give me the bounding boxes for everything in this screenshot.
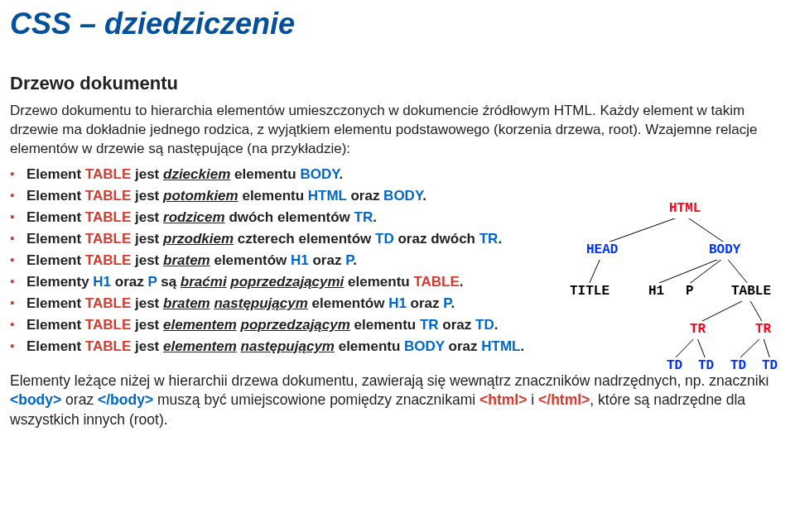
dom-tree-diagram: HTML HEAD BODY TITLE H1 P TABLE TR TR TD… [568, 200, 783, 366]
svg-line-6 [699, 298, 749, 323]
tree-node-p: P [684, 283, 696, 301]
svg-line-3 [655, 256, 725, 285]
svg-line-2 [589, 256, 601, 285]
svg-line-1 [684, 215, 725, 243]
section-subtitle: Drzewo dokumentu [10, 71, 785, 96]
svg-line-9 [696, 336, 706, 359]
tree-node-body: BODY [707, 242, 742, 260]
intro-paragraph: Drzewo dokumentu to hierarchia elementów… [10, 102, 785, 159]
tree-node-td: TD [729, 357, 748, 376]
tree-node-td: TD [760, 357, 779, 376]
tree-node-table: TABLE [730, 283, 773, 301]
slide-content: CSS – dziedziczenie Drzewo dokumentu Drz… [0, 0, 795, 451]
svg-line-5 [725, 256, 749, 285]
tree-node-h1: H1 [647, 283, 666, 301]
tree-node-html: HTML [667, 200, 702, 218]
svg-line-8 [674, 336, 696, 359]
svg-line-11 [763, 336, 770, 359]
tree-node-title: TITLE [568, 283, 611, 301]
list-item: Element TABLE jest dzieckiem elementu BO… [10, 165, 785, 185]
tree-node-head: HEAD [585, 242, 619, 260]
tree-node-td: TD [696, 357, 716, 376]
svg-line-4 [688, 256, 725, 285]
tree-node-tr: TR [754, 321, 773, 339]
tree-node-td: TD [665, 357, 684, 376]
svg-line-10 [739, 336, 763, 359]
tree-node-tr: TR [688, 321, 707, 339]
svg-line-7 [749, 298, 763, 323]
bottom-paragraph: Elementy leżące niżej w hierarchii drzew… [10, 371, 785, 430]
svg-line-0 [605, 215, 684, 243]
page-title: CSS – dziedziczenie [10, 4, 785, 45]
